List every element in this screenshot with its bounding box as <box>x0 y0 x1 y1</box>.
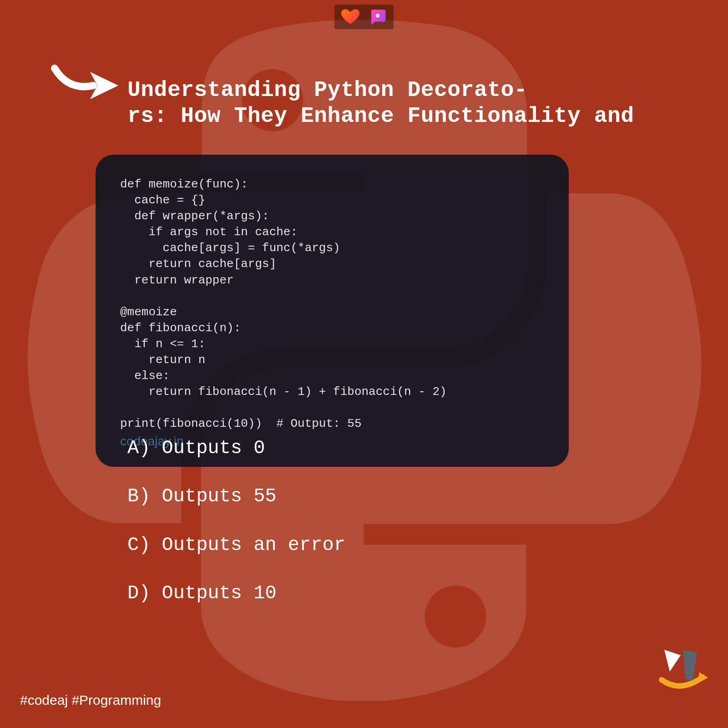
option-d[interactable]: D) Outputs 10 <box>127 582 345 605</box>
arrow-right-icon <box>50 64 118 107</box>
answer-options: A) Outputs 0 B) Outputs 55 C) Outputs an… <box>127 437 345 631</box>
code-block: def memoize(func): cache = {} def wrappe… <box>96 155 569 467</box>
reaction-bar <box>334 5 394 29</box>
post-title: Understanding Python Decorato- rs: How T… <box>127 77 728 129</box>
brand-logo-icon <box>653 642 708 696</box>
option-b[interactable]: B) Outputs 55 <box>127 485 345 508</box>
svg-marker-4 <box>698 672 708 683</box>
heart-icon[interactable] <box>341 7 360 26</box>
option-c[interactable]: C) Outputs an error <box>127 534 345 556</box>
code-content: def memoize(func): cache = {} def wrappe… <box>120 177 544 432</box>
hashtags: #codeaj #Programming <box>20 693 161 708</box>
option-a[interactable]: A) Outputs 0 <box>127 437 345 460</box>
svg-marker-3 <box>683 650 697 681</box>
svg-marker-2 <box>664 650 681 672</box>
comment-icon[interactable] <box>368 7 387 26</box>
svg-point-0 <box>376 14 379 17</box>
